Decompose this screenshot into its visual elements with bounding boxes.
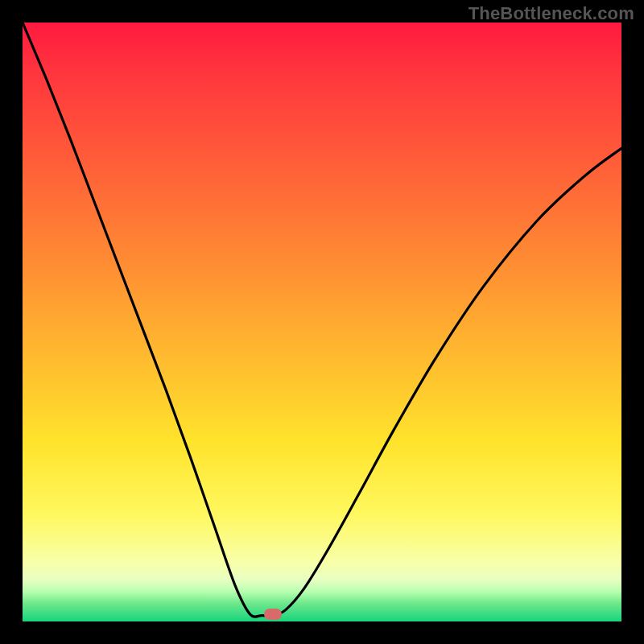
plot-area	[23, 23, 621, 621]
bottleneck-curve	[23, 23, 621, 621]
minimum-marker	[264, 609, 282, 620]
watermark-text: TheBottleneck.com	[469, 3, 634, 24]
chart-frame: TheBottleneck.com	[0, 0, 644, 644]
